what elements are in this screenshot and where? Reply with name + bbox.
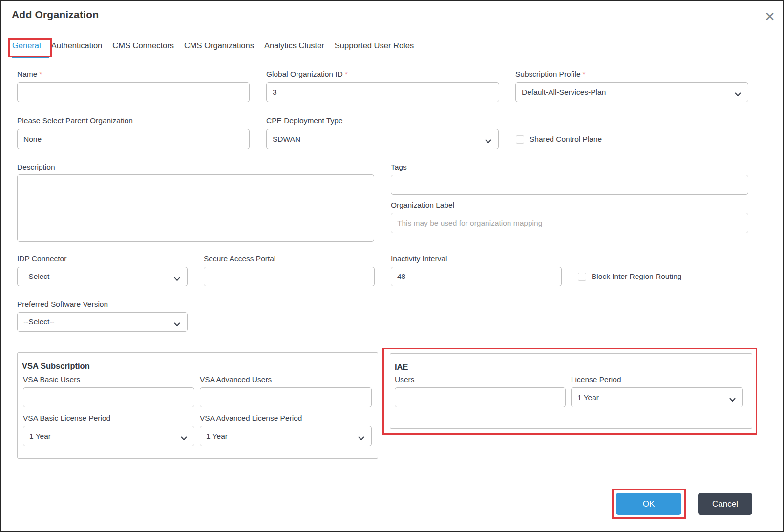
iae-users-label: Users <box>395 375 414 384</box>
iae-title: IAE <box>395 362 408 372</box>
tab-authentication[interactable]: Authentication <box>51 41 103 50</box>
inactivity-interval-label: Inactivity Interval <box>391 255 447 263</box>
tab-supported-user-roles[interactable]: Supported User Roles <box>335 41 414 50</box>
preferred-software-version-label: Preferred Software Version <box>17 300 108 309</box>
block-inter-region-routing-label: Block Inter Region Routing <box>592 272 681 281</box>
inactivity-interval-input[interactable] <box>391 267 562 286</box>
global-org-id-input[interactable] <box>266 82 499 102</box>
idp-connector-value: --Select-- <box>23 272 55 281</box>
ok-button[interactable]: OK <box>616 493 681 515</box>
name-label: Name* <box>17 70 42 79</box>
required-asterisk: * <box>583 70 586 78</box>
cpe-deployment-type-value: SDWAN <box>273 135 300 144</box>
secure-access-portal-input[interactable] <box>204 267 375 286</box>
chevron-down-icon <box>174 275 180 279</box>
cancel-button[interactable]: Cancel <box>698 493 752 515</box>
subscription-profile-label: Subscription Profile* <box>515 70 586 79</box>
name-input[interactable] <box>17 82 250 102</box>
subscription-profile-value: Default-All-Services-Plan <box>522 88 606 97</box>
vsa-subscription-title: VSA Subscription <box>22 362 90 371</box>
tags-label: Tags <box>391 163 407 171</box>
preferred-software-version-select[interactable]: --Select-- <box>17 312 188 332</box>
tags-input[interactable] <box>391 175 748 195</box>
vsa-advanced-users-label: VSA Advanced Users <box>200 375 272 384</box>
shared-control-plane-checkbox[interactable] <box>516 135 524 144</box>
preferred-software-version-value: --Select-- <box>23 318 55 326</box>
tabbar-divider <box>12 58 774 58</box>
tab-bar: General Authentication CMS Connectors CM… <box>12 41 414 50</box>
chevron-down-icon <box>174 320 180 324</box>
add-organization-dialog: Add Organization ✕ General Authenticatio… <box>0 0 784 532</box>
vsa-basic-license-period-select[interactable]: 1 Year <box>23 426 194 446</box>
active-tab-underline <box>12 56 49 58</box>
vsa-advanced-license-period-value: 1 Year <box>206 432 228 441</box>
global-org-id-label: Global Organization ID* <box>266 70 348 79</box>
required-asterisk: * <box>39 70 42 78</box>
shared-control-plane-label: Shared Control Plane <box>530 135 602 144</box>
chevron-down-icon <box>358 434 364 438</box>
required-asterisk: * <box>345 70 348 78</box>
vsa-basic-users-label: VSA Basic Users <box>23 375 80 384</box>
tab-cms-connectors[interactable]: CMS Connectors <box>112 41 174 50</box>
tab-general[interactable]: General <box>12 41 41 50</box>
organization-label-input[interactable] <box>391 213 748 233</box>
description-label: Description <box>17 163 55 171</box>
chevron-down-icon <box>729 395 736 400</box>
chevron-down-icon <box>735 90 741 94</box>
cpe-deployment-type-select[interactable]: SDWAN <box>266 129 499 149</box>
vsa-advanced-license-period-label: VSA Advanced License Period <box>200 414 302 423</box>
vsa-basic-users-input[interactable] <box>23 387 194 407</box>
parent-org-input[interactable] <box>17 129 250 149</box>
iae-license-period-label: License Period <box>571 375 621 384</box>
close-icon[interactable]: ✕ <box>764 10 775 23</box>
idp-connector-select[interactable]: --Select-- <box>17 267 188 286</box>
chevron-down-icon <box>181 434 187 438</box>
organization-label-label: Organization Label <box>391 201 454 210</box>
block-inter-region-routing-checkbox[interactable] <box>578 273 586 281</box>
tab-analytics-cluster[interactable]: Analytics Cluster <box>264 41 324 50</box>
secure-access-portal-label: Secure Access Portal <box>204 255 275 263</box>
vsa-advanced-users-input[interactable] <box>200 387 372 407</box>
cpe-deployment-type-label: CPE Deployment Type <box>266 116 343 125</box>
iae-license-period-value: 1 Year <box>577 393 599 402</box>
chevron-down-icon <box>485 137 491 141</box>
iae-license-period-select[interactable]: 1 Year <box>571 387 743 407</box>
parent-org-label: Please Select Parent Organization <box>17 116 133 125</box>
vsa-basic-license-period-value: 1 Year <box>29 432 51 441</box>
vsa-basic-license-period-label: VSA Basic License Period <box>23 414 110 423</box>
subscription-profile-select[interactable]: Default-All-Services-Plan <box>515 82 748 102</box>
description-textarea[interactable] <box>17 174 374 242</box>
vsa-advanced-license-period-select[interactable]: 1 Year <box>200 426 372 446</box>
idp-connector-label: IDP Connector <box>17 255 66 263</box>
page-title: Add Organization <box>12 9 99 21</box>
tab-cms-organizations[interactable]: CMS Organizations <box>184 41 254 50</box>
iae-users-input[interactable] <box>395 387 566 407</box>
